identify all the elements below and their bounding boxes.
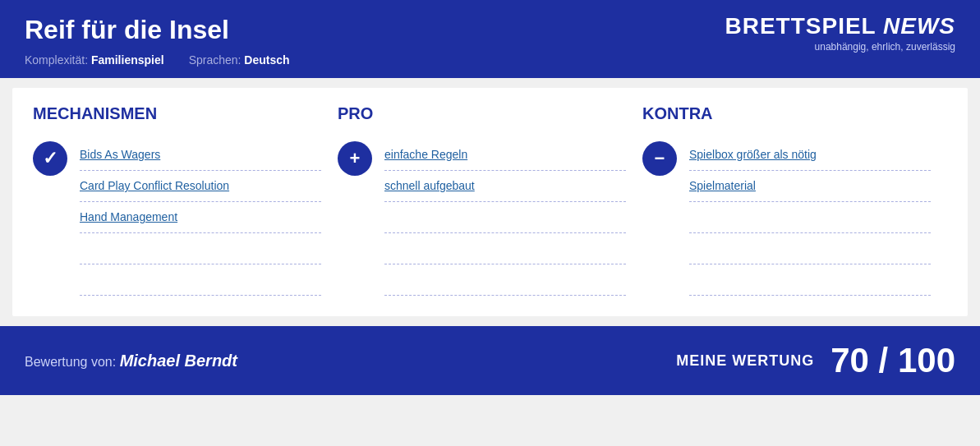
header: Reif für die Insel Komplexität: Familien… xyxy=(0,0,980,78)
pro-item-2[interactable]: schnell aufgebaut xyxy=(384,179,475,192)
sprachen-label: Sprachen: xyxy=(189,53,242,67)
header-left: Reif für die Insel Komplexität: Familien… xyxy=(25,15,290,67)
list-item-empty2 xyxy=(80,264,321,296)
list-item: schnell aufgebaut xyxy=(384,171,626,202)
footer-right: MEINE WERTUNG 70 / 100 xyxy=(676,341,955,380)
pro-header: PRO xyxy=(338,104,626,123)
list-item: Spielbox größer als nötig xyxy=(689,140,931,171)
header-meta: Komplexität: Familienspiel Sprachen: Deu… xyxy=(25,53,290,67)
columns: MECHANISMEN ✓ Bids As Wagers Card Play C… xyxy=(33,104,947,296)
list-item: Hand Management xyxy=(80,202,321,233)
pro-item-1[interactable]: einfache Regeln xyxy=(384,148,467,161)
pro-items: einfache Regeln schnell aufgebaut xyxy=(384,140,626,296)
col-kontra: KONTRA − Spielbox größer als nötig Spiel… xyxy=(642,104,947,296)
item-bids[interactable]: Bids As Wagers xyxy=(80,148,160,161)
footer-left: Bewertung von: Michael Berndt xyxy=(25,352,237,370)
col-pro: PRO + einfache Regeln schnell aufgebaut xyxy=(338,104,642,296)
list-item: einfache Regeln xyxy=(384,140,626,171)
sprachen-value: Deutsch xyxy=(244,53,289,67)
item-card-play[interactable]: Card Play Conflict Resolution xyxy=(80,179,229,192)
komplexitaet-label: Komplexität: xyxy=(25,53,88,67)
list-item-empty2 xyxy=(689,233,931,264)
list-item-empty3 xyxy=(384,264,626,296)
kontra-content: − Spielbox größer als nötig Spielmateria… xyxy=(642,140,931,296)
list-item: Spielmaterial xyxy=(689,171,931,202)
wertung-label: MEINE WERTUNG xyxy=(676,352,814,370)
main-content: MECHANISMEN ✓ Bids As Wagers Card Play C… xyxy=(12,88,968,316)
kontra-header: KONTRA xyxy=(642,104,931,123)
komplexitaet-value: Familienspiel xyxy=(91,53,164,67)
plus-icon: + xyxy=(338,141,372,176)
minus-icon: − xyxy=(642,141,677,176)
mechanismen-header: MECHANISMEN xyxy=(33,104,321,123)
mechanismen-content: ✓ Bids As Wagers Card Play Conflict Reso… xyxy=(33,140,321,296)
mechanismen-items: Bids As Wagers Card Play Conflict Resolu… xyxy=(80,140,321,296)
check-icon: ✓ xyxy=(33,141,67,176)
list-item: Bids As Wagers xyxy=(80,140,321,171)
list-item-empty3 xyxy=(689,264,931,296)
list-item-empty xyxy=(384,202,626,233)
list-item: Card Play Conflict Resolution xyxy=(80,171,321,202)
kontra-item-1[interactable]: Spielbox größer als nötig xyxy=(689,148,817,161)
list-item-empty xyxy=(689,202,931,233)
pro-content: + einfache Regeln schnell aufgebaut xyxy=(338,140,626,296)
logo-text: BRETTSPIEL NEWS xyxy=(725,15,955,38)
list-item-empty xyxy=(80,233,321,264)
bewertung-label: Bewertung von: xyxy=(25,355,116,369)
logo: BRETTSPIEL NEWS unabhängig, ehrlich, zuv… xyxy=(725,15,955,53)
item-hand[interactable]: Hand Management xyxy=(80,210,177,223)
kontra-item-2[interactable]: Spielmaterial xyxy=(689,179,756,192)
mechanismen-icon: ✓ xyxy=(33,141,67,296)
pro-icon: + xyxy=(338,141,372,296)
col-mechanismen: MECHANISMEN ✓ Bids As Wagers Card Play C… xyxy=(33,104,338,296)
reviewer-name: Michael Berndt xyxy=(120,352,237,370)
logo-news: NEWS xyxy=(883,13,955,39)
komplexitaet: Komplexität: Familienspiel xyxy=(25,53,164,67)
wertung-score: 70 / 100 xyxy=(830,341,955,380)
page-title: Reif für die Insel xyxy=(25,15,290,45)
kontra-icon: − xyxy=(642,141,677,296)
footer: Bewertung von: Michael Berndt MEINE WERT… xyxy=(0,326,980,395)
logo-tagline: unabhängig, ehrlich, zuverlässig xyxy=(725,41,955,53)
logo-brettspiel: BRETTSPIEL xyxy=(725,13,876,39)
kontra-items: Spielbox größer als nötig Spielmaterial xyxy=(689,140,931,296)
sprachen: Sprachen: Deutsch xyxy=(189,53,290,67)
list-item-empty2 xyxy=(384,233,626,264)
